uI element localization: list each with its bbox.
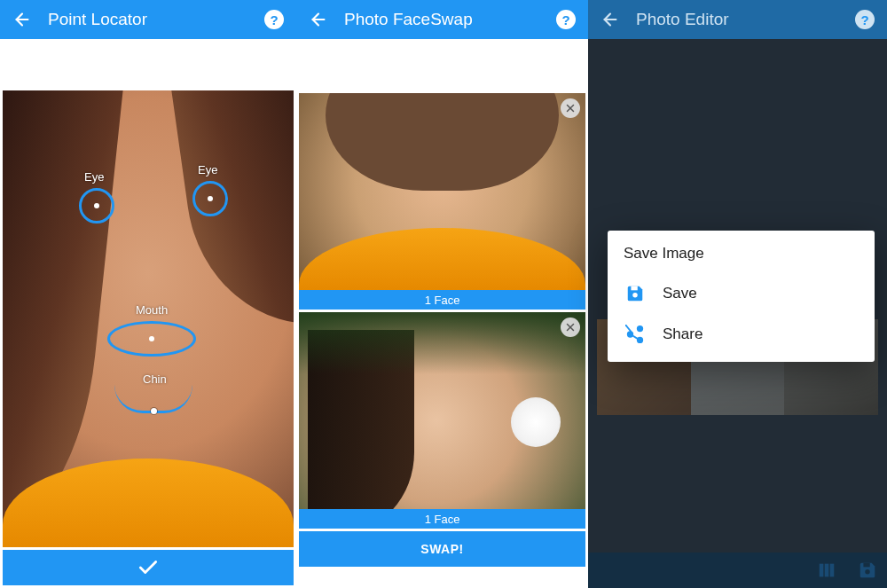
back-button[interactable]	[595, 4, 625, 35]
arrow-left-icon	[12, 10, 32, 29]
swap-button[interactable]: SWAP!	[299, 531, 585, 567]
source-photo-1[interactable]: 1 Face	[299, 93, 585, 310]
check-icon	[137, 556, 160, 579]
help-button[interactable]: ?	[850, 4, 880, 35]
source-photo-2[interactable]: 1 Face	[299, 312, 585, 529]
marker-mouth[interactable]	[107, 321, 196, 357]
back-button[interactable]	[7, 4, 37, 35]
panel-photo-editor: Photo Editor ? Save Image Save	[588, 0, 887, 588]
arrow-left-icon	[600, 10, 620, 29]
close-icon	[565, 103, 576, 114]
dialog-option-save[interactable]: Save	[624, 273, 859, 314]
svg-line-18	[632, 335, 638, 339]
marker-eye-right[interactable]	[192, 181, 228, 216]
spacer	[296, 39, 588, 90]
help-icon: ?	[264, 10, 284, 29]
arrow-left-icon	[309, 10, 328, 29]
svg-point-13	[632, 293, 638, 298]
dialog-option-share[interactable]: Share	[624, 314, 859, 355]
topbar-point-locator: Point Locator ?	[0, 0, 296, 39]
topbar-faceswap: Photo FaceSwap ?	[296, 0, 588, 39]
marker-label-eye-right: Eye	[198, 163, 217, 176]
help-icon: ?	[855, 10, 875, 29]
back-button[interactable]	[303, 4, 334, 35]
page-title: Point Locator	[37, 10, 259, 29]
svg-point-14	[638, 326, 643, 332]
marker-label-mouth: Mouth	[136, 303, 168, 317]
help-button[interactable]: ?	[259, 4, 289, 35]
help-button[interactable]: ?	[551, 4, 581, 35]
panel-point-locator: Point Locator ? Eye Eye Mouth Chin	[0, 0, 296, 588]
panel-faceswap: Photo FaceSwap ? 1 Face 1 Face SWAP!	[296, 0, 588, 588]
spacer	[0, 39, 296, 90]
face-count-badge: 1 Face	[299, 509, 585, 529]
face-count-badge: 1 Face	[299, 290, 585, 310]
svg-rect-12	[631, 286, 637, 291]
remove-photo-button[interactable]	[561, 98, 580, 118]
share-icon	[624, 323, 647, 346]
face-canvas[interactable]: Eye Eye Mouth Chin	[3, 90, 294, 547]
marker-eye-left[interactable]	[79, 188, 114, 223]
remove-photo-button[interactable]	[561, 318, 580, 337]
dialog-title: Save Image	[624, 245, 859, 263]
dialog-option-label: Share	[663, 325, 703, 343]
marker-label-eye-left: Eye	[84, 170, 104, 184]
marker-label-chin: Chin	[143, 372, 167, 386]
page-title: Photo FaceSwap	[334, 10, 551, 29]
close-icon	[565, 322, 576, 333]
dialog-option-label: Save	[663, 285, 697, 302]
page-title: Photo Editor	[625, 10, 850, 29]
topbar-editor: Photo Editor ?	[588, 0, 887, 39]
svg-point-16	[638, 338, 643, 343]
save-image-dialog: Save Image Save Share	[608, 231, 875, 362]
help-icon: ?	[556, 10, 576, 29]
save-icon	[624, 282, 647, 305]
confirm-button[interactable]	[3, 550, 294, 585]
